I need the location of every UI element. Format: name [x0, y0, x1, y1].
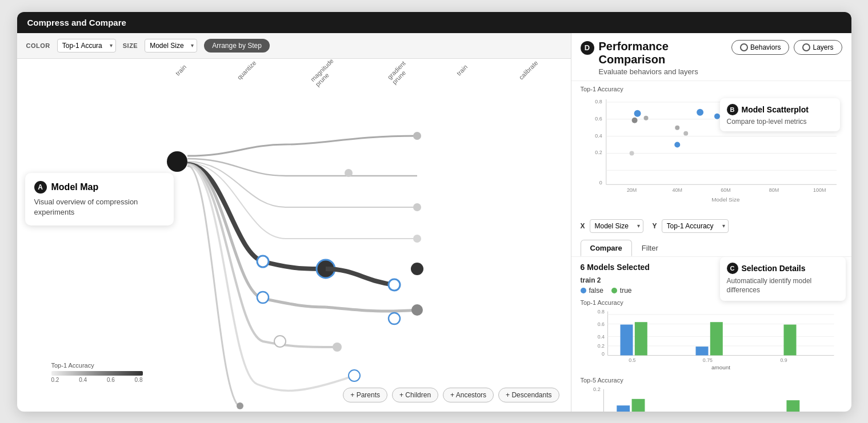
svg-point-25: [697, 108, 703, 115]
svg-rect-55: [786, 400, 799, 412]
svg-text:0: 0: [602, 351, 605, 356]
x-label: X: [581, 222, 585, 230]
y-select-wrap: Top-1 Accuracy: [662, 219, 729, 233]
legend-item-true: true: [611, 287, 632, 295]
svg-rect-54: [631, 398, 645, 411]
scatter-anno-desc: Compare top-level metrics: [727, 118, 833, 126]
tab-filter[interactable]: Filter: [632, 240, 668, 256]
x-select-wrap: Model Size: [590, 219, 643, 233]
svg-text:0.5: 0.5: [629, 357, 635, 362]
sel-node-1[interactable]: [257, 256, 269, 267]
end-node-3[interactable]: [333, 343, 342, 352]
app-title: Compress and Compare: [27, 18, 126, 27]
y-label: Y: [653, 222, 657, 230]
svg-point-18: [631, 117, 637, 123]
svg-text:0.6: 0.6: [597, 321, 604, 327]
false-dot: [581, 288, 586, 293]
size-select-wrap: Model Size: [145, 39, 197, 53]
svg-point-20: [675, 125, 679, 130]
path-1: [187, 136, 417, 156]
scatter-anno-title: B Model Scatterplot: [727, 104, 833, 115]
svg-text:0.2: 0.2: [595, 150, 602, 155]
svg-text:0.4: 0.4: [595, 132, 602, 138]
behaviors-label: Behaviors: [750, 43, 781, 51]
svg-rect-43: [695, 347, 708, 355]
svg-text:Model Size: Model Size: [711, 196, 740, 203]
svg-text:0.4: 0.4: [597, 333, 604, 339]
layers-button[interactable]: Layers: [794, 40, 842, 55]
svg-text:0.8: 0.8: [595, 98, 602, 104]
end-node-1[interactable]: [411, 263, 423, 275]
svg-text:0.2: 0.2: [593, 386, 601, 392]
model-map-anno-title: A Model Map: [34, 181, 165, 194]
col-labels: train quantize magnitudeprune gradientpr…: [177, 66, 543, 79]
true-dot: [611, 288, 617, 293]
color-select[interactable]: Top-1 Accura: [57, 39, 116, 53]
svg-point-26: [714, 113, 719, 119]
perf-header-left: D Performance Comparison Evaluate behavi…: [581, 40, 732, 76]
end-node-2[interactable]: [411, 304, 423, 316]
layers-icon: [802, 43, 810, 51]
legend-item-false: false: [581, 287, 603, 295]
x-axis-select[interactable]: Model Size: [590, 219, 643, 233]
perf-title: Performance Comparison: [599, 40, 732, 66]
path-5b: [326, 307, 417, 311]
parents-button[interactable]: + Parents: [343, 388, 387, 402]
col-label-train2: train: [455, 63, 474, 81]
node-light-1[interactable]: [274, 336, 286, 347]
model-map-svg: [51, 76, 543, 412]
node-4[interactable]: [413, 235, 421, 243]
tick-04: 0.4: [79, 377, 87, 383]
perf-badge: D: [581, 41, 594, 55]
col-label-train1: train: [174, 63, 192, 81]
svg-rect-45: [783, 324, 796, 355]
bar-chart2-label: Top-5 Accuracy: [581, 377, 842, 384]
svg-text:0: 0: [599, 180, 602, 186]
sel-node-6[interactable]: [349, 370, 360, 381]
xy-selectors: X Model Size Y Top-1 Accuracy: [571, 216, 851, 236]
sel-node-3[interactable]: [389, 279, 400, 291]
descendants-button[interactable]: + Descendants: [498, 388, 559, 402]
svg-rect-53: [617, 405, 630, 412]
svg-point-22: [629, 151, 634, 155]
svg-text:100M: 100M: [813, 187, 825, 193]
path-selected-1b: [326, 269, 394, 285]
arrange-button[interactable]: Arrange by Step: [204, 39, 270, 53]
perf-header: D Performance Comparison Evaluate behavi…: [571, 33, 851, 81]
bar-chart-1: Top-1 Accuracy 0.8 0.6 0.4 0.2 0: [581, 299, 842, 373]
tick-08: 0.8: [135, 377, 143, 383]
node-1[interactable]: [413, 132, 421, 140]
svg-text:0.9: 0.9: [780, 357, 787, 362]
left-panel: COLOR Top-1 Accura SIZE Model Size Arran…: [17, 33, 571, 412]
svg-point-29: [674, 142, 680, 147]
selection-area: 6 Models Selected train 2 false true: [571, 257, 851, 412]
svg-rect-44: [710, 322, 722, 355]
svg-text:40M: 40M: [672, 187, 682, 193]
legend: Top-1 Accuracy 0.2 0.4 0.6 0.8: [51, 362, 143, 383]
behaviors-button[interactable]: Behaviors: [731, 40, 789, 55]
y-axis-select[interactable]: Top-1 Accuracy: [662, 219, 729, 233]
sel-node-4[interactable]: [257, 292, 269, 303]
toolbar: COLOR Top-1 Accura SIZE Model Size Arran…: [17, 33, 571, 59]
root-node[interactable]: [167, 151, 187, 172]
legend-ticks: 0.2 0.4 0.6 0.8: [51, 377, 143, 383]
ancestors-button[interactable]: + Ancestors: [443, 388, 494, 402]
svg-text:0.2: 0.2: [597, 343, 604, 349]
svg-text:0.8: 0.8: [597, 308, 604, 314]
node-2[interactable]: [345, 169, 353, 177]
model-map-annotation: A Model Map Visual overview of compressi…: [25, 173, 174, 225]
sel-badge: C: [727, 263, 738, 274]
tab-compare[interactable]: Compare: [581, 240, 632, 256]
svg-rect-42: [634, 322, 647, 355]
end-node-bottom[interactable]: [237, 402, 243, 409]
main-container: Compress and Compare COLOR Top-1 Accura …: [17, 12, 851, 412]
legend-title: Top-1 Accuracy: [51, 362, 143, 369]
children-button[interactable]: + Children: [392, 388, 438, 402]
size-select[interactable]: Model Size: [145, 39, 197, 53]
perf-title-group: Performance Comparison Evaluate behavior…: [599, 40, 732, 76]
sel-node-5[interactable]: [389, 313, 400, 324]
scatter-annotation: B Model Scatterplot Compare top-level me…: [720, 98, 840, 131]
size-label: SIZE: [123, 42, 138, 49]
model-map-badge: A: [34, 181, 47, 194]
node-3[interactable]: [413, 203, 421, 211]
